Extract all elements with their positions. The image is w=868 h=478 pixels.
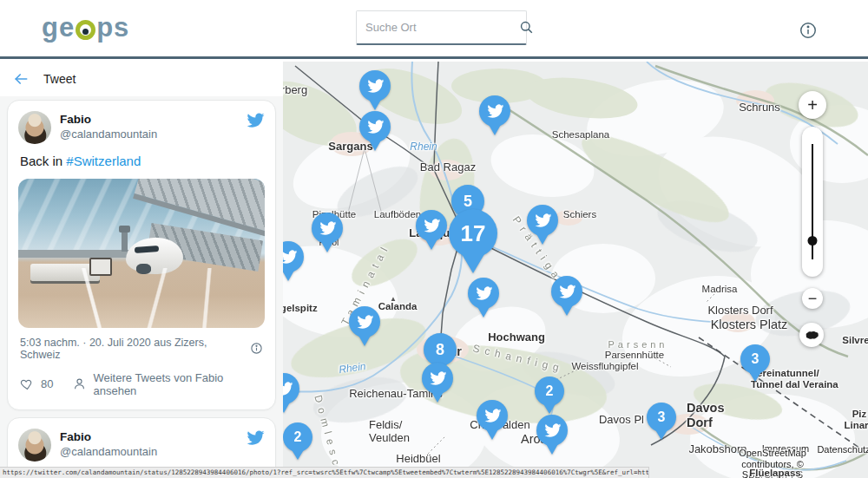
search-icon[interactable] <box>518 19 535 36</box>
like-action[interactable]: 80 <box>20 377 53 391</box>
twitter-icon <box>534 212 552 230</box>
author-block: Fabio @calandamountain <box>60 111 246 141</box>
twitter-icon <box>543 422 562 440</box>
tweet-marker[interactable] <box>551 276 582 307</box>
cluster-count: 2 <box>546 383 554 399</box>
map-canvas[interactable]: rbergSchrunsSchesaplanaSargansRheinBad R… <box>282 62 868 478</box>
cluster-marker[interactable]: 3 <box>740 344 770 374</box>
header: geps <box>0 0 868 59</box>
logo-o-dot <box>82 29 89 35</box>
logo-o-ring <box>76 20 95 40</box>
logo-text-ps: ps <box>96 12 129 43</box>
cluster-count: 17 <box>461 220 486 247</box>
status-bar: https://twitter.com/calandamountain/stat… <box>0 467 649 478</box>
control-tower-shape <box>122 231 128 252</box>
sidebar: Tweet Fabio @calandamountain Back in #Sw… <box>0 62 283 478</box>
tweet-marker[interactable] <box>468 278 499 309</box>
tweet-list: Fabio @calandamountain Back in #Switzerl… <box>0 96 283 478</box>
tweet-marker[interactable] <box>416 210 447 241</box>
tweet-marker[interactable] <box>527 205 558 236</box>
cluster-marker[interactable]: 8 <box>424 333 457 366</box>
switzerland-extent-button[interactable] <box>799 323 824 347</box>
tweet-marker[interactable] <box>422 363 453 394</box>
tweet-marker[interactable] <box>349 306 380 337</box>
tweet-marker[interactable] <box>282 241 304 272</box>
twitter-icon <box>356 313 374 331</box>
cluster-marker[interactable]: 3 <box>647 403 676 432</box>
map-markers-layer: 51782233 <box>282 62 868 478</box>
switzerland-outline-icon <box>805 330 819 341</box>
tweet-author-handle: @calandamountain <box>60 445 246 458</box>
twitter-icon <box>319 219 337 238</box>
tweet-timestamp: 5:03 nachm. · 20. Juli 2020 aus Zizers, … <box>20 337 250 361</box>
cluster-count: 3 <box>658 409 666 425</box>
twitter-icon <box>486 102 504 121</box>
twitter-icon <box>429 370 447 388</box>
tweet-photo[interactable] <box>18 179 265 328</box>
info-button[interactable] <box>799 21 818 40</box>
twitter-icon <box>423 217 441 235</box>
more-tweets-link[interactable]: Weitere Tweets von Fabio ansehen <box>72 371 263 397</box>
avatar[interactable] <box>18 111 51 144</box>
tweet-author-name: Fabio <box>60 430 246 443</box>
tweet-meta: 5:03 nachm. · 20. Juli 2020 aus Zizers, … <box>18 337 265 361</box>
tarmac-markings <box>18 268 265 328</box>
tweet-marker[interactable] <box>479 95 510 127</box>
cluster-count: 5 <box>464 193 472 211</box>
geops-logo[interactable]: geps <box>42 12 129 43</box>
twitter-icon <box>366 118 385 136</box>
twitter-icon[interactable] <box>246 111 265 130</box>
back-arrow-icon[interactable] <box>12 70 30 88</box>
info-icon[interactable] <box>250 342 263 355</box>
logo-text-ge: ge <box>42 12 75 43</box>
heart-icon <box>20 377 35 391</box>
hashtag-link[interactable]: #Switzerland <box>66 154 141 168</box>
tweet-marker[interactable] <box>536 415 568 446</box>
cluster-count: 2 <box>294 429 302 445</box>
zoom-in-button[interactable]: + <box>799 91 826 119</box>
zoom-slider-thumb[interactable] <box>808 236 818 246</box>
person-icon <box>72 377 87 391</box>
sidebar-header: Tweet <box>0 62 283 96</box>
zoom-slider[interactable] <box>802 127 823 277</box>
twitter-icon <box>483 407 502 425</box>
avatar[interactable] <box>18 429 51 462</box>
tweet-author-name: Fabio <box>60 113 246 126</box>
cluster-count: 3 <box>752 351 760 367</box>
tweet-marker[interactable] <box>312 213 343 244</box>
tweet-actions: 80 Weitere Tweets von Fabio ansehen <box>18 371 265 399</box>
tweet-marker[interactable] <box>477 400 508 431</box>
twitter-icon[interactable] <box>246 429 265 448</box>
tweet-marker[interactable] <box>359 111 391 142</box>
author-block: Fabio @calandamountain <box>60 429 246 458</box>
twitter-icon <box>282 380 293 398</box>
more-tweets-label: Weitere Tweets von Fabio ansehen <box>93 371 263 397</box>
tweet-card: Fabio @calandamountain Back in #Switzerl… <box>7 100 276 410</box>
twitter-icon <box>282 248 297 266</box>
tweet-marker[interactable] <box>359 70 391 101</box>
sidebar-title: Tweet <box>43 72 76 86</box>
cluster-marker[interactable]: 2 <box>535 377 564 406</box>
cluster-marker[interactable]: 17 <box>449 209 497 258</box>
zoom-out-button[interactable]: − <box>802 288 823 309</box>
twitter-icon <box>366 77 385 95</box>
cluster-marker[interactable]: 2 <box>283 422 312 452</box>
tweet-marker[interactable] <box>282 373 299 404</box>
tweet-header: Fabio @calandamountain <box>18 111 265 144</box>
tweet-author-handle: @calandamountain <box>60 128 246 141</box>
tweet-text-plain: Back in <box>20 154 66 168</box>
tweet-text: Back in #Switzerland <box>20 153 263 170</box>
twitter-icon <box>558 283 576 301</box>
cluster-count: 8 <box>436 341 444 359</box>
search-box <box>356 10 527 45</box>
tweet-header: Fabio @calandamountain <box>18 429 265 462</box>
like-count: 80 <box>41 377 53 390</box>
search-input[interactable] <box>365 21 518 34</box>
twitter-icon <box>475 285 493 303</box>
app-root: geps Tweet Fabio @ <box>0 0 868 478</box>
